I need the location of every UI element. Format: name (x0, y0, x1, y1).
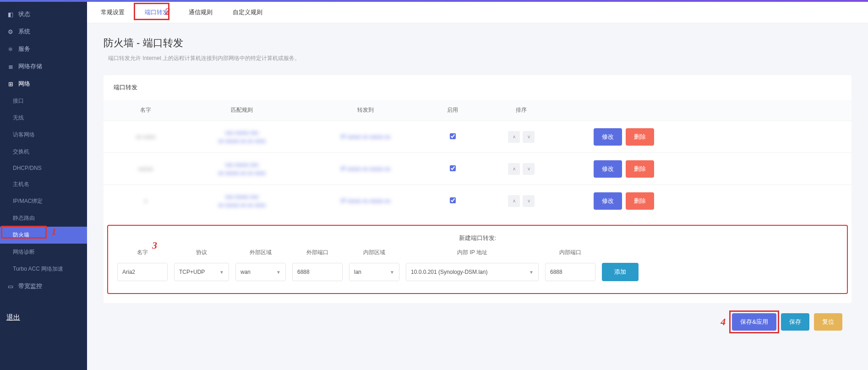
int-ip-select[interactable]: 10.0.0.201 (Synology-DSM.lan)▼ (406, 263, 539, 281)
tabs: 常规设置 端口转发 通信规则 自定义规则 2 (87, 2, 868, 23)
row-forward: IP xxxxx xx xxxxx xx (306, 165, 425, 173)
sidebar-sub-hostname[interactable]: 主机名 (0, 176, 87, 193)
caret-down-icon: ▼ (276, 270, 281, 275)
new-forward-box: 新建端口转发: 3 名字 协议 外部区域 外部端口 内部区域 内部 IP 地址 … (107, 225, 848, 294)
tab-port-forward[interactable]: 端口转发 (135, 2, 179, 23)
annotation-1: 1 (51, 226, 56, 238)
protocol-select[interactable]: TCP+UDP▼ (174, 263, 229, 281)
reset-button[interactable]: 复位 (814, 313, 842, 331)
tab-traffic-rules[interactable]: 通信规则 (179, 2, 223, 23)
table-row: xxxxx xxx xxxxx xxxxx xxxxx xx xx xxxx I… (104, 152, 852, 185)
add-button[interactable]: 添加 (602, 263, 639, 281)
sidebar-item-system[interactable]: ⚙系统 (0, 23, 87, 40)
sidebar-sub-staticroute[interactable]: 静态路由 (0, 210, 87, 227)
tab-general[interactable]: 常规设置 (91, 2, 135, 23)
table-row: xx xxxx xxx xxxxx xxxxx xxxxx xx xx xxxx… (104, 120, 852, 152)
sidebar-item-label: 状态 (18, 10, 30, 18)
row-forward: IP xxxxx xx xxxxx xx (306, 197, 425, 205)
sidebar-item-label: 带宽监控 (18, 282, 42, 290)
sidebar-item-label: 系统 (18, 27, 30, 36)
edit-button[interactable]: 修改 (594, 128, 622, 146)
row-enable-checkbox[interactable] (450, 197, 456, 203)
row-name: xx xxxx (114, 133, 178, 140)
sidebar-sub-wireless[interactable]: 无线 (0, 109, 87, 126)
caret-down-icon: ▼ (219, 270, 224, 275)
main-content: 常规设置 端口转发 通信规则 自定义规则 2 防火墙 - 端口转发 端口转发允许… (87, 2, 868, 370)
row-name: x (114, 197, 178, 204)
sidebar-item-network[interactable]: ⊞网络 (0, 75, 87, 92)
int-zone-select[interactable]: lan▼ (349, 263, 399, 281)
tab-custom-rules[interactable]: 自定义规则 (223, 2, 273, 23)
sidebar-sub-interfaces[interactable]: 接口 (0, 92, 87, 109)
sidebar-item-bandwidth[interactable]: ▭带宽监控 (0, 278, 87, 295)
table-header: 名字 匹配规则 转发到 启用 排序 (104, 100, 852, 120)
annotation-4: 4 (721, 316, 726, 328)
sidebar: ◧状态 ⚙系统 ⚛服务 ≣网络存储 ⊞网络 接口 无线 访客网络 交换机 DHC… (0, 2, 87, 370)
atom-icon: ⚛ (6, 46, 15, 53)
sidebar-item-label: 网络 (18, 80, 30, 88)
move-up-button[interactable]: ∧ (508, 131, 520, 143)
new-forward-title: 新建端口转发: (117, 234, 838, 242)
page-description: 端口转发允许 Internet 上的远程计算机连接到内部网络中的特定计算机或服务… (104, 54, 852, 62)
row-match: xxx xxxxx xxxxx xxxxx xx xx xxxx (178, 161, 306, 177)
monitor-icon: ▭ (6, 283, 15, 290)
ext-port-input[interactable] (292, 263, 343, 281)
gear-icon: ⚙ (6, 28, 15, 35)
sidebar-sub-diag[interactable]: 网络诊断 (0, 244, 87, 261)
row-name: xxxxx (114, 165, 178, 172)
forward-card: 端口转发 名字 匹配规则 转发到 启用 排序 xx xxxx xxx xxxxx… (104, 75, 852, 303)
logout-link[interactable]: 退出 (0, 309, 87, 326)
table-row: x xxx xxxxx xxxxx xxxxx xx xx xxxx IP xx… (104, 185, 852, 217)
delete-button[interactable]: 删除 (626, 160, 654, 178)
sidebar-item-label: 网络存储 (18, 62, 42, 71)
row-forward: IP xxxxx xx xxxxx xx (306, 133, 425, 141)
sidebar-item-label: 服务 (18, 45, 30, 53)
sidebar-item-nas[interactable]: ≣网络存储 (0, 58, 87, 75)
row-enable-checkbox[interactable] (450, 165, 456, 171)
footer-buttons: 4 保存&应用 保存 复位 (104, 303, 852, 331)
row-enable-checkbox[interactable] (450, 133, 456, 139)
name-input[interactable] (117, 263, 168, 281)
disk-icon: ≣ (6, 63, 15, 70)
delete-button[interactable]: 删除 (626, 128, 654, 146)
row-match: xxx xxxxx xxxxx xxxxx xx xx xxxx (178, 129, 306, 145)
edit-button[interactable]: 修改 (594, 192, 622, 210)
move-up-button[interactable]: ∧ (508, 163, 520, 175)
move-up-button[interactable]: ∧ (508, 195, 520, 207)
sidebar-sub-ipmac[interactable]: IP/MAC绑定 (0, 193, 87, 210)
sidebar-sub-switch[interactable]: 交换机 (0, 143, 87, 160)
grid-icon: ◧ (6, 11, 15, 18)
move-down-button[interactable]: ∨ (523, 195, 535, 207)
row-match: xxx xxxxx xxxxx xxxxx xx xx xxxx (178, 193, 306, 209)
caret-down-icon: ▼ (529, 270, 534, 275)
move-down-button[interactable]: ∨ (523, 163, 535, 175)
sidebar-item-services[interactable]: ⚛服务 (0, 40, 87, 58)
move-down-button[interactable]: ∨ (523, 131, 535, 143)
page-title: 防火墙 - 端口转发 (104, 36, 852, 50)
sidebar-item-status[interactable]: ◧状态 (0, 5, 87, 23)
save-button[interactable]: 保存 (781, 313, 809, 331)
delete-button[interactable]: 删除 (626, 192, 654, 210)
caret-down-icon: ▼ (390, 270, 394, 275)
sidebar-sub-firewall[interactable]: 防火墙 1 (0, 227, 87, 244)
edit-button[interactable]: 修改 (594, 160, 622, 178)
sidebar-sub-guest[interactable]: 访客网络 (0, 126, 87, 143)
network-icon: ⊞ (6, 81, 15, 87)
sidebar-sub-turboacc[interactable]: Turbo ACC 网络加速 (0, 261, 87, 278)
int-port-input[interactable] (545, 263, 595, 281)
card-title: 端口转发 (104, 75, 852, 100)
ext-zone-select[interactable]: wan▼ (235, 263, 286, 281)
save-apply-button[interactable]: 保存&应用 (732, 313, 776, 331)
sidebar-sub-dhcpdns[interactable]: DHCP/DNS (0, 160, 87, 176)
